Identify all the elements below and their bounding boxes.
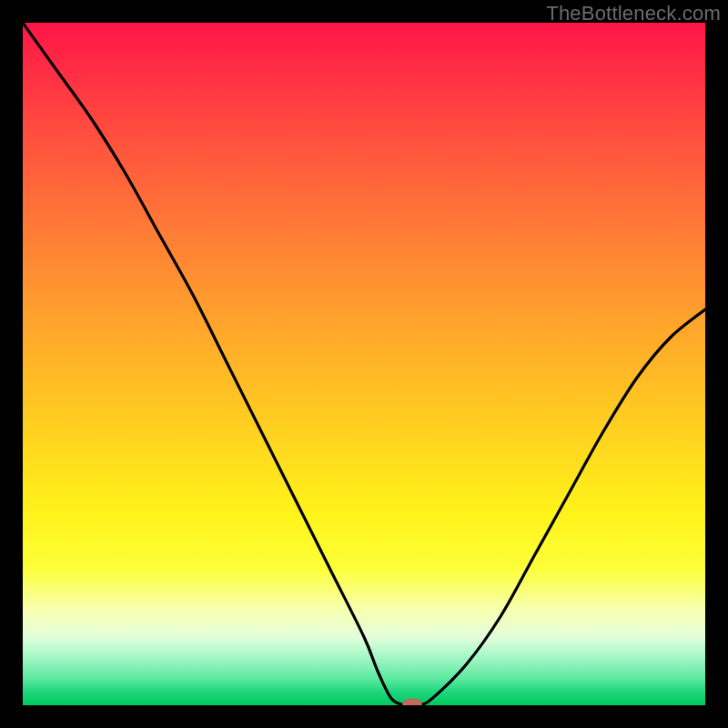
watermark-label: TheBottleneck.com <box>546 2 721 25</box>
bottleneck-curve <box>23 23 705 705</box>
optimum-marker <box>402 699 422 705</box>
curve-path <box>23 23 705 705</box>
plot-area <box>23 23 705 705</box>
chart-frame: TheBottleneck.com <box>0 0 728 728</box>
